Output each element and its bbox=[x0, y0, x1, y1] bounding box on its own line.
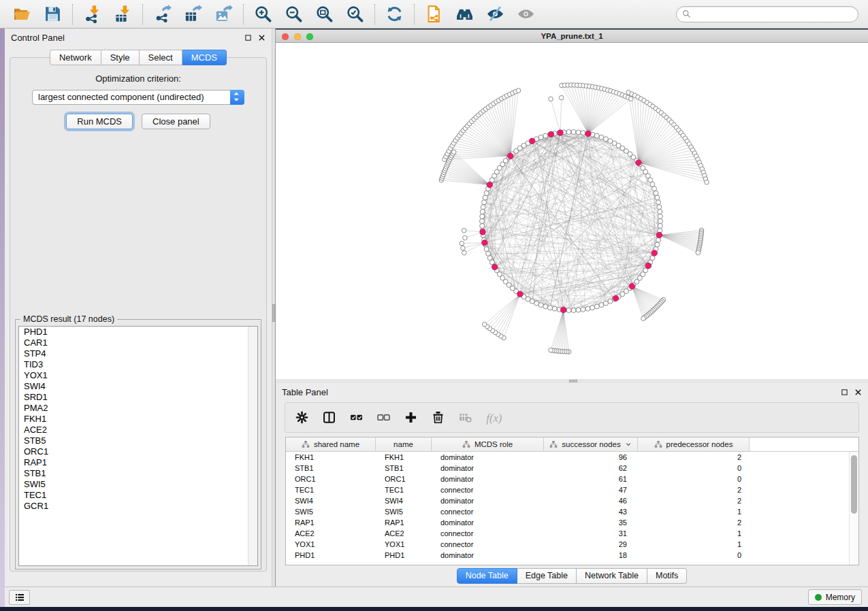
table-cell[interactable]: 61 bbox=[544, 475, 638, 483]
save-icon[interactable] bbox=[44, 5, 62, 23]
network-graph[interactable] bbox=[276, 43, 867, 378]
table-cell[interactable]: RAP1 bbox=[286, 518, 376, 527]
table-cell[interactable]: TEC1 bbox=[376, 486, 432, 494]
mcds-result-item[interactable]: SWI5 bbox=[19, 479, 257, 490]
task-history-button[interactable] bbox=[9, 590, 30, 605]
table-row[interactable]: STB1STB1dominator620 bbox=[286, 463, 858, 474]
table-scrollbar-thumb[interactable] bbox=[851, 455, 857, 514]
refresh-icon[interactable] bbox=[385, 5, 404, 23]
float-panel-icon[interactable] bbox=[244, 34, 252, 42]
export-table-icon[interactable] bbox=[184, 5, 202, 23]
horizontal-splitter-grip[interactable] bbox=[569, 380, 577, 382]
add-column-icon[interactable] bbox=[404, 410, 418, 425]
table-cell[interactable]: 18 bbox=[544, 551, 638, 559]
table-cell[interactable]: 2 bbox=[638, 453, 750, 461]
table-cell[interactable]: YOX1 bbox=[376, 540, 432, 548]
table-cell[interactable]: dominator bbox=[432, 497, 544, 505]
table-cell[interactable]: 29 bbox=[544, 540, 638, 548]
table-cell[interactable]: SWI4 bbox=[286, 497, 376, 505]
table-cell[interactable]: connector bbox=[432, 529, 544, 538]
table-cell[interactable]: 46 bbox=[544, 497, 638, 505]
network-canvas[interactable] bbox=[276, 43, 868, 379]
float-table-panel-icon[interactable] bbox=[841, 389, 848, 396]
column-header-mcds-role[interactable]: MCDS role bbox=[432, 437, 544, 452]
deselect-all-icon[interactable] bbox=[376, 410, 391, 425]
table-cell[interactable]: 1 bbox=[638, 508, 750, 516]
table-cell[interactable]: 2 bbox=[638, 486, 750, 494]
mcds-result-item[interactable]: GCR1 bbox=[19, 501, 257, 512]
table-cell[interactable]: dominator bbox=[432, 475, 544, 483]
mcds-result-item[interactable]: PMA2 bbox=[19, 403, 257, 414]
table-row[interactable]: ORC1ORC1dominator610 bbox=[286, 474, 858, 484]
export-network-icon[interactable] bbox=[153, 5, 172, 23]
optimization-criterion-select[interactable]: largest connected component (undirected) bbox=[32, 90, 244, 105]
table-cell[interactable]: SWI5 bbox=[286, 508, 376, 516]
mcds-result-item[interactable]: FKH1 bbox=[19, 414, 257, 425]
column-header-name[interactable]: name bbox=[376, 437, 432, 452]
table-cell[interactable]: ACE2 bbox=[286, 529, 376, 538]
run-mcds-button[interactable]: Run MCDS bbox=[66, 114, 133, 129]
table-cell[interactable]: TEC1 bbox=[286, 486, 376, 494]
table-row[interactable]: SWI4SWI4dominator462 bbox=[286, 495, 858, 506]
mcds-result-item[interactable]: SWI4 bbox=[19, 381, 257, 392]
table-cell[interactable]: YOX1 bbox=[286, 540, 376, 548]
table-row[interactable]: ACE2ACE2connector311 bbox=[286, 528, 858, 539]
chevron-down-icon[interactable] bbox=[625, 441, 632, 448]
table-cell[interactable]: 0 bbox=[638, 464, 750, 472]
import-table-icon[interactable] bbox=[114, 5, 132, 23]
columns-icon[interactable] bbox=[322, 410, 336, 425]
tab-network-table[interactable]: Network Table bbox=[577, 568, 647, 584]
hide-eye-icon[interactable] bbox=[486, 5, 504, 23]
minimize-window-icon[interactable] bbox=[294, 33, 301, 40]
mcds-result-item[interactable]: ORC1 bbox=[19, 446, 257, 457]
import-network-icon[interactable] bbox=[83, 5, 101, 23]
mcds-result-item[interactable]: STP4 bbox=[19, 348, 257, 359]
table-cell[interactable]: 31 bbox=[544, 529, 638, 538]
column-header-successor-nodes[interactable]: successor nodes bbox=[544, 437, 638, 452]
table-cell[interactable]: ORC1 bbox=[376, 475, 432, 483]
close-panel-button[interactable]: Close panel bbox=[142, 114, 210, 129]
table-cell[interactable]: SWI4 bbox=[376, 497, 432, 505]
tab-edge-table[interactable]: Edge Table bbox=[517, 568, 577, 584]
table-row[interactable]: FKH1FKH1dominator962 bbox=[286, 452, 858, 463]
show-eye-icon[interactable] bbox=[517, 5, 535, 23]
table-cell[interactable]: 0 bbox=[638, 551, 750, 559]
tab-network[interactable]: Network bbox=[50, 50, 101, 65]
table-cell[interactable]: 0 bbox=[638, 475, 750, 483]
zoom-fit-icon[interactable] bbox=[315, 5, 334, 23]
table-row[interactable]: PHD1PHD1dominator180 bbox=[286, 550, 858, 561]
close-window-icon[interactable] bbox=[282, 33, 289, 40]
mcds-result-item[interactable]: TEC1 bbox=[19, 490, 257, 501]
tab-select[interactable]: Select bbox=[140, 50, 182, 65]
mcds-result-item[interactable]: TID3 bbox=[19, 359, 257, 370]
table-cell[interactable]: connector bbox=[432, 508, 544, 516]
table-cell[interactable]: SWI5 bbox=[376, 508, 432, 516]
mcds-result-item[interactable]: STB5 bbox=[19, 435, 257, 446]
search-input[interactable] bbox=[676, 6, 858, 22]
table-cell[interactable]: PHD1 bbox=[286, 551, 376, 559]
mcds-result-item[interactable]: PHD1 bbox=[19, 327, 257, 337]
tab-node-table[interactable]: Node Table bbox=[457, 568, 517, 584]
table-row[interactable]: RAP1RAP1dominator352 bbox=[286, 517, 858, 528]
table-cell[interactable]: 1 bbox=[638, 529, 750, 538]
vertical-splitter-grip[interactable] bbox=[272, 304, 275, 322]
table-cell[interactable]: connector bbox=[432, 486, 544, 494]
zoom-selected-icon[interactable] bbox=[346, 5, 364, 23]
memory-button[interactable]: Memory bbox=[808, 589, 862, 605]
table-cell[interactable]: 96 bbox=[544, 453, 638, 461]
table-cell[interactable]: dominator bbox=[432, 551, 544, 559]
table-row[interactable]: YOX1YOX1connector291 bbox=[286, 539, 858, 550]
table-cell[interactable]: FKH1 bbox=[286, 453, 376, 461]
table-row[interactable]: SWI5SWI5connector431 bbox=[286, 506, 858, 517]
table-cell[interactable]: STB1 bbox=[286, 464, 376, 472]
table-cell[interactable]: connector bbox=[432, 540, 544, 548]
tab-motifs[interactable]: Motifs bbox=[647, 568, 687, 584]
select-stepper-icon[interactable] bbox=[230, 90, 244, 105]
table-cell[interactable]: FKH1 bbox=[376, 453, 432, 461]
table-scrollbar[interactable] bbox=[849, 452, 858, 565]
mcds-result-item[interactable]: YOX1 bbox=[19, 370, 257, 381]
table-cell[interactable]: RAP1 bbox=[376, 518, 432, 527]
table-cell[interactable]: STB1 bbox=[376, 464, 432, 472]
mcds-result-item[interactable]: RAP1 bbox=[19, 457, 257, 468]
table-cell[interactable]: dominator bbox=[432, 464, 544, 472]
